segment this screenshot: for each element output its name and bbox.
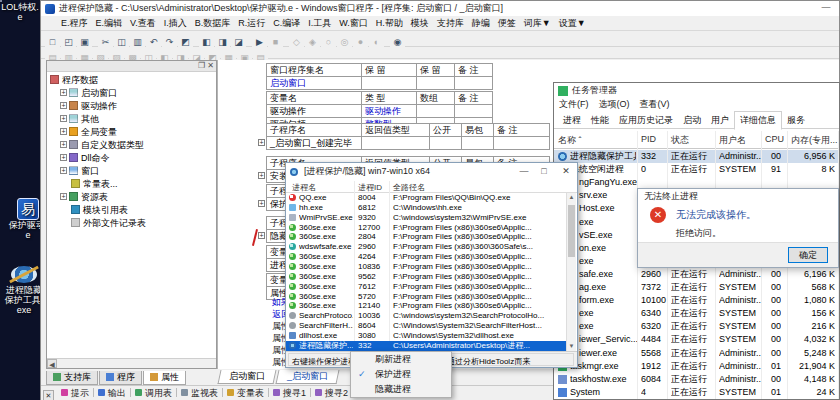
process-row[interactable]: WmiPrvSE.exe9320C:\windows\system32\WmiP… [286,213,566,223]
tree-item[interactable]: +驱动操作 [50,100,216,113]
process-row[interactable]: safe.exe2960正在运行Administr...006,196 K [554,268,839,281]
dock-icon[interactable]: ❐ [198,61,205,70]
tree-item[interactable]: 外部文件记录表 [50,217,216,230]
tree-item[interactable]: +Dll命令 [50,152,216,165]
bottom-tab[interactable]: 提示 [57,386,93,400]
expand-icon[interactable]: + [60,193,67,200]
process-row[interactable]: 360se.exe12140F:\Program Files (x86)\360… [286,301,566,311]
column-header[interactable]: 状态 [671,134,689,147]
column-header[interactable]: 内存(专用... [791,134,838,147]
editor-tab[interactable]: 启动窗口 [218,370,277,384]
expand-icon[interactable]: + [60,102,67,109]
column-header[interactable]: 进程ID [358,182,382,193]
tree-item[interactable]: +窗口 [50,165,216,178]
process-row[interactable]: 360se.exe2804F:\Program Files (x86)\360s… [286,232,566,242]
tree-item[interactable]: +全局变量 [50,126,216,139]
panel-tab[interactable]: 属性 [143,371,186,385]
taskmgr-tab[interactable]: 应用历史记录 [614,112,678,129]
column-header[interactable]: CPU [765,134,784,144]
popup-vscrollbar[interactable]: ▲ ▼ [566,193,576,351]
menu-item[interactable]: I.工具 [304,16,335,31]
process-row[interactable]: QQ.exe8004F:\Program Files\QQ\Bin\QQ.exe [286,193,566,203]
fold-plus-icon[interactable]: + [258,232,265,239]
process-row[interactable]: 进程隐藏保护...332C:\Users\Administrator\Deskt… [286,341,566,351]
menu-item[interactable]: 模块 [407,16,433,31]
process-row[interactable]: dllhost.exe3080C:\Windows\System32\dllho… [286,331,566,341]
tree-item[interactable]: +其他 [50,113,216,126]
expand-icon[interactable]: + [60,89,67,96]
table-cell[interactable] [455,105,493,118]
process-row[interactable]: taskmgr.exe1912正在运行Administr...0121,904 … [554,360,839,373]
taskmgr-tab[interactable]: 启动 [678,112,706,129]
process-row[interactable]: taskhostw.exe6084正在运行Administr...004,148… [554,373,839,386]
column-header[interactable]: 进程名 [292,182,316,193]
bottom-tab[interactable]: 监视表 [177,386,222,400]
taskmgr-tab[interactable]: 服务 [782,112,810,129]
close-icon[interactable]: ✕ [43,390,54,400]
scroll-left-icon[interactable]: ◀ [47,359,57,368]
minimize-button[interactable]: — [515,165,533,179]
menu-item[interactable]: E.程序 [57,16,92,31]
process-row[interactable]: 系统空闲进程0正在运行SYSTEM918 K [554,163,839,176]
table-cell[interactable]: 驱动操作 [267,105,362,118]
tree-item[interactable]: +启动窗口 [50,87,216,100]
menu-item[interactable]: I.插入 [160,16,191,31]
process-row[interactable]: 360se.exe4264F:\Program Files (x86)\360s… [286,252,566,262]
table-cell[interactable] [430,137,462,150]
desktop-icon-hide-tool[interactable]: 进程隐藏保护工具.exe [4,266,44,315]
bottom-tab[interactable]: 输出 [94,386,130,400]
table-cell[interactable] [462,137,494,150]
taskmgr-titlebar[interactable]: 任务管理器 [554,83,839,98]
scroll-down-icon[interactable]: ▼ [567,342,576,351]
table-cell[interactable]: 启动窗口 [267,77,362,90]
menu-item[interactable]: 词库▼ [520,16,555,31]
table-cell[interactable]: 驱动操作 [362,105,417,118]
process-row[interactable]: 360se.exe12700F:\Program Files (x86)\360… [286,223,566,233]
taskmgr-tab[interactable]: 进程 [558,112,586,129]
tree-item[interactable]: 模块引用表 [50,204,216,217]
scroll-thumb[interactable] [568,205,575,257]
fold-plus-icon[interactable]: + [258,139,265,146]
ide-titlebar[interactable]: 进程保护隐藏 - C:\Users\Administrator\Desktop\… [41,1,839,16]
desktop-icon-lol[interactable]: LOL特权.e [0,2,40,22]
menu-item[interactable]: W.窗口 [335,16,372,31]
context-menu-item[interactable]: 刷新进程 [351,352,451,367]
process-row[interactable]: SearchProtoco...10036C:\windows\system32… [286,311,566,321]
expand-icon[interactable]: + [60,128,67,135]
process-row[interactable]: iewer.exe5568正在运行Administr...005,248 K [554,347,839,360]
menu-item[interactable]: H.帮助 [372,16,407,31]
process-row[interactable]: 360se.exe9562F:\Program Files (x86)\360s… [286,272,566,282]
popup-titlebar[interactable]: [进程保护/隐藏] win7-win10 x64 — □ ✕ [286,163,577,181]
menu-item[interactable]: R.运行 [234,16,269,31]
taskmgr-tab[interactable]: 用户 [706,112,734,129]
tree-item[interactable]: +资源表 [50,191,216,204]
panel-tab[interactable]: 程序 [99,371,142,385]
process-row[interactable]: exe6320正在运行SYSTEM00216 K [554,320,839,333]
menu-item[interactable]: 便签 [494,16,520,31]
column-header[interactable]: 全路径名 [393,182,425,193]
context-menu-item[interactable]: 隐藏进程 [351,382,451,397]
menu-item[interactable]: 支持库 [433,16,468,31]
menu-item[interactable]: E.编辑 [92,16,127,31]
tree-item[interactable]: +自定义数据类型 [50,139,216,152]
expand-icon[interactable]: + [60,141,67,148]
process-row[interactable]: wdswfsafe.exe2960F:\Program Files (x86)\… [286,242,566,252]
column-header[interactable]: 用户名 [719,134,746,147]
fold-plus-icon[interactable]: + [258,172,265,179]
expand-icon[interactable]: + [60,115,67,122]
menu-item[interactable]: 文件(F) [559,99,589,109]
table-cell[interactable] [362,77,417,90]
menu-item[interactable]: 静编 [468,16,494,31]
process-row[interactable]: form.exe10100正在运行Administr...001,080 K [554,294,839,307]
process-row[interactable]: 360se.exe10836F:\Program Files (x86)\360… [286,262,566,272]
bottom-tab[interactable]: 调用表 [131,386,176,400]
expand-icon[interactable]: + [60,154,67,161]
close-icon[interactable]: ✕ [207,61,214,70]
scroll-up-icon[interactable]: ▲ [567,193,576,202]
fold-plus-icon[interactable]: + [258,200,265,207]
bottom-tab[interactable]: 搜寻2 [311,386,352,400]
process-row[interactable]: ag.exe7372正在运行SYSTEM00568 K [554,281,839,294]
panel-tab[interactable]: 支持库 [46,371,98,385]
tree-hscrollbar[interactable]: ◀ [47,358,216,368]
menu-item[interactable]: 设置▼ [555,16,590,31]
